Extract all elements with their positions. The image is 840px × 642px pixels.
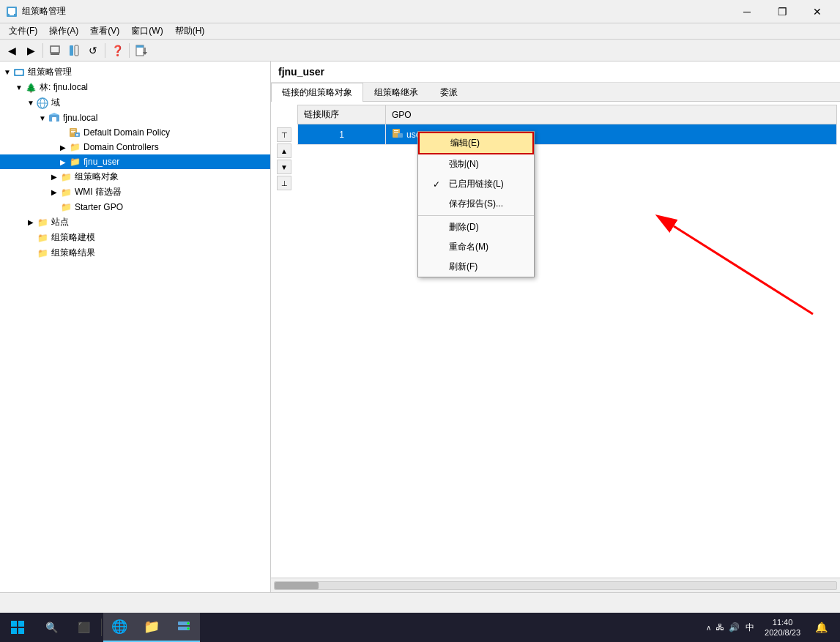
tree-domain-controllers[interactable]: ▶ 📁 Domain Controllers bbox=[0, 140, 270, 154]
taskbar-right: ∧ 🖧 🔊 中 11:40 2020/8/23 🔔 bbox=[706, 613, 840, 642]
svg-rect-22 bbox=[71, 131, 75, 132]
tree-fjnu-user-label: fjnu_user bbox=[83, 157, 119, 167]
gpo-result-icon: 📁 bbox=[37, 247, 48, 259]
svg-rect-2 bbox=[10, 14, 14, 15]
table-container: ⊤ ▲ ▼ ⊥ 链接顺序 GPO 1 bbox=[271, 102, 840, 578]
taskbar-server-button[interactable] bbox=[168, 613, 200, 642]
col-gpo: GPO bbox=[386, 105, 837, 124]
minimize-button[interactable]: ─ bbox=[730, 0, 764, 23]
svg-rect-28 bbox=[394, 130, 398, 131]
svg-rect-13 bbox=[17, 75, 21, 76]
sort-down[interactable]: ▼ bbox=[277, 160, 291, 174]
ctx-save-report[interactable]: 保存报告(S)... bbox=[418, 194, 534, 214]
horizontal-scrollbar[interactable] bbox=[274, 581, 837, 590]
tree-forest[interactable]: ▼ 🌲 林: fjnu.local bbox=[0, 80, 270, 95]
tree-gpo-objects[interactable]: ▶ 📁 组策略对象 bbox=[0, 169, 270, 184]
tree-domain-group[interactable]: ▼ 域 bbox=[0, 95, 270, 111]
taskbar-sep-1 bbox=[101, 619, 102, 636]
svg-rect-25 bbox=[76, 134, 78, 135]
svg-rect-29 bbox=[394, 132, 398, 132]
sort-up[interactable]: ▲ bbox=[277, 143, 291, 158]
toolbar-show-hide[interactable] bbox=[65, 42, 83, 59]
tree-gpo-label: 组策略对象 bbox=[75, 171, 119, 183]
clock-date: 2020/8/23 bbox=[765, 627, 800, 638]
start-button[interactable] bbox=[0, 613, 35, 642]
svg-rect-21 bbox=[71, 130, 75, 130]
ctx-delete-label: 删除(D) bbox=[449, 221, 479, 234]
ctx-delete[interactable]: 删除(D) bbox=[418, 217, 534, 237]
svg-rect-19 bbox=[52, 117, 56, 122]
ctx-enable-link[interactable]: ✓ 已启用链接(L) bbox=[418, 174, 534, 194]
svg-rect-34 bbox=[18, 621, 24, 627]
tree-wmi[interactable]: ▶ 📁 WMI 筛选器 bbox=[0, 184, 270, 200]
gpo-table: 链接顺序 GPO 1 bbox=[297, 105, 837, 145]
ctx-sep-1 bbox=[418, 215, 534, 216]
restore-button[interactable]: ❐ bbox=[765, 0, 799, 23]
toolbar-sep-1 bbox=[42, 43, 43, 58]
menu-window[interactable]: 窗口(W) bbox=[125, 23, 168, 39]
tree-starter-gpo[interactable]: ▶ 📁 Starter GPO bbox=[0, 200, 270, 214]
menu-help[interactable]: 帮助(H) bbox=[169, 23, 211, 39]
search-button[interactable]: 🔍 bbox=[35, 613, 67, 642]
sites-icon: 📁 bbox=[37, 217, 48, 228]
tree-default-domain-policy[interactable]: ▶ Default Domain Policy bbox=[0, 125, 270, 140]
sort-controls: ⊤ ▲ ▼ ⊥ bbox=[277, 127, 291, 190]
toolbar-up[interactable] bbox=[46, 42, 64, 59]
sort-bottom[interactable]: ⊥ bbox=[277, 176, 291, 190]
sort-top[interactable]: ⊤ bbox=[277, 127, 291, 142]
toolbar-refresh[interactable]: ↺ bbox=[84, 42, 102, 59]
tree-root[interactable]: ▼ 组策略管理 bbox=[0, 64, 270, 80]
table-wrapper: 链接顺序 GPO 1 bbox=[294, 102, 840, 148]
svg-rect-33 bbox=[11, 621, 17, 627]
tree-sites[interactable]: ▶ 📁 站点 bbox=[0, 214, 270, 230]
svg-rect-26 bbox=[76, 135, 78, 136]
taskbar: 🔍 ⬛ 🌐 📁 ∧ 🖧 🔊 中 11:40 2020/8/23 🔔 bbox=[0, 613, 840, 642]
title-bar-controls: ─ ❐ ✕ bbox=[730, 0, 834, 23]
app-icon bbox=[6, 6, 18, 18]
menu-bar: 文件(F) 操作(A) 查看(V) 窗口(W) 帮助(H) bbox=[0, 23, 840, 40]
domain-group-icon bbox=[37, 97, 48, 109]
menu-view[interactable]: 查看(V) bbox=[84, 23, 125, 39]
menu-file[interactable]: 文件(F) bbox=[3, 23, 43, 39]
systray-arrow[interactable]: ∧ bbox=[706, 624, 711, 632]
toolbar-export[interactable] bbox=[133, 42, 150, 59]
svg-rect-1 bbox=[8, 8, 15, 14]
notification-button[interactable]: 🔔 bbox=[809, 613, 833, 642]
tree-fjnu-local[interactable]: ▼ fjnu.local bbox=[0, 111, 270, 125]
close-button[interactable]: ✕ bbox=[800, 0, 834, 23]
title-bar-text: 组策略管理 bbox=[22, 5, 730, 18]
svg-rect-5 bbox=[70, 45, 73, 56]
taskbar-explorer-button[interactable]: 📁 bbox=[135, 613, 168, 642]
tab-linked-gpo[interactable]: 链接的组策略对象 bbox=[271, 83, 363, 102]
tree-fjnu-local-label: fjnu.local bbox=[63, 113, 97, 123]
tab-gpo-inherit[interactable]: 组策略继承 bbox=[363, 83, 429, 102]
expand-dc: ▶ bbox=[59, 143, 67, 152]
clock-time: 11:40 bbox=[765, 617, 800, 627]
tree-gpo-result[interactable]: ▶ 📁 组策略结果 bbox=[0, 245, 270, 261]
toolbar: ◀ ▶ ↺ ❓ bbox=[0, 40, 840, 61]
ctx-force[interactable]: 强制(N) bbox=[418, 154, 534, 174]
tree-gpo-model[interactable]: ▶ 📁 组策略建模 bbox=[0, 230, 270, 245]
svg-point-40 bbox=[187, 627, 190, 630]
ctx-refresh[interactable]: 刷新(F) bbox=[418, 257, 534, 277]
table-row[interactable]: 1 bbox=[298, 124, 837, 145]
svg-line-32 bbox=[674, 226, 813, 314]
menu-action[interactable]: 操作(A) bbox=[43, 23, 84, 39]
ctx-refresh-label: 刷新(F) bbox=[449, 261, 477, 273]
red-arrow bbox=[637, 212, 820, 324]
toolbar-back[interactable]: ◀ bbox=[3, 42, 21, 59]
toolbar-sep-2 bbox=[105, 43, 105, 58]
task-view-button[interactable]: ⬛ bbox=[67, 613, 100, 642]
tabs-bar: 链接的组策略对象 组策略继承 委派 bbox=[271, 83, 840, 102]
ctx-enable-link-label: 已启用链接(L) bbox=[449, 178, 504, 190]
systray: ∧ 🖧 🔊 中 bbox=[706, 622, 756, 634]
svg-rect-6 bbox=[75, 45, 78, 56]
toolbar-help[interactable]: ❓ bbox=[108, 42, 126, 59]
tree-fjnu-user[interactable]: ▶ 📁 fjnu_user bbox=[0, 154, 270, 169]
tab-delegate[interactable]: 委派 bbox=[429, 83, 469, 102]
toolbar-forward[interactable]: ▶ bbox=[22, 42, 40, 59]
ctx-edit[interactable]: 编辑(E) bbox=[418, 132, 534, 154]
ctx-rename[interactable]: 重命名(M) bbox=[418, 237, 534, 257]
taskbar-clock[interactable]: 11:40 2020/8/23 bbox=[759, 617, 806, 638]
taskbar-ie-button[interactable]: 🌐 bbox=[103, 613, 135, 642]
